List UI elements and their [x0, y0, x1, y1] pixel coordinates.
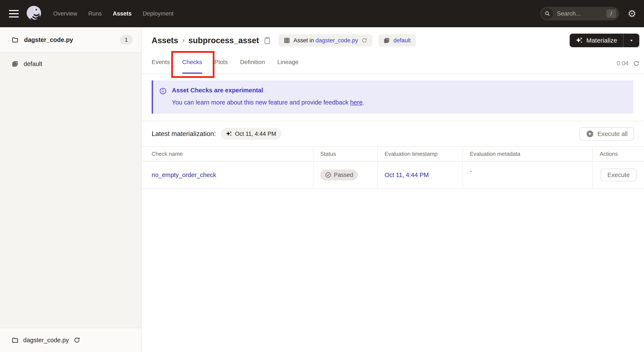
- top-nav: Overview Runs Assets Deployment / ⚙: [0, 0, 644, 27]
- checks-table: Check name Status Evaluation timestamp E…: [142, 146, 644, 189]
- sidebar-item-code-location[interactable]: dagster_code.py 1: [0, 27, 141, 53]
- body: dagster_code.py 1 default dagster_code.p…: [0, 27, 644, 352]
- experimental-banner: Asset Checks are experimental You can le…: [152, 80, 633, 114]
- tab-checks[interactable]: Checks: [182, 50, 202, 74]
- folder-icon: [12, 36, 18, 43]
- feedback-link[interactable]: here: [350, 99, 362, 106]
- col-evaluation-metadata: Evaluation metadata: [463, 147, 593, 161]
- banner-text: Asset Checks are experimental You can le…: [172, 87, 364, 106]
- materialization-timestamp-chip[interactable]: Oct 11, 4:44 PM: [221, 128, 281, 140]
- caret-down-icon: [629, 38, 634, 43]
- nav-links: Overview Runs Assets Deployment: [53, 10, 173, 17]
- hamburger-menu-icon[interactable]: [9, 10, 19, 17]
- refresh-icon[interactable]: [633, 60, 640, 67]
- group-grid-icon: [384, 37, 390, 44]
- col-actions: Actions: [593, 147, 644, 161]
- table-row: no_empty_order_check Passed Oct 11, 4:44…: [142, 162, 644, 189]
- sparkle-icon: [576, 37, 583, 44]
- group-badge[interactable]: default: [378, 34, 416, 47]
- col-check-name: Check name: [142, 147, 314, 161]
- sidebar-item-label: default: [24, 60, 42, 67]
- actions-cell: Execute: [593, 162, 644, 188]
- page-title: subprocess_asset: [188, 36, 259, 45]
- dagster-app: Overview Runs Assets Deployment / ⚙: [0, 0, 644, 352]
- check-name-link[interactable]: no_empty_order_check: [142, 162, 314, 188]
- tab-definition[interactable]: Definition: [240, 50, 265, 74]
- main-content: Assets › subprocess_asset Asset in: [142, 27, 644, 352]
- timestamp-chip-label: Oct 11, 4:44 PM: [235, 131, 276, 137]
- search-icon: [542, 8, 553, 19]
- col-evaluation-timestamp: Evaluation timestamp: [378, 147, 463, 161]
- asset-in-badge[interactable]: Asset in dagster_code.py: [278, 34, 372, 47]
- sidebar-footer-label: dagster_code.py: [23, 337, 69, 344]
- asset-count-badge: 1: [120, 35, 133, 45]
- table-header: Check name Status Evaluation timestamp E…: [142, 147, 644, 162]
- evaluation-metadata-cell: -: [463, 162, 593, 188]
- nav-link-deployment[interactable]: Deployment: [143, 10, 173, 17]
- check-circle-icon: [325, 172, 331, 178]
- banner-body: You can learn more about this new featur…: [172, 99, 364, 106]
- dagster-logo-icon[interactable]: [25, 4, 42, 23]
- evaluation-timestamp-link[interactable]: Oct 11, 4:44 PM: [378, 162, 463, 188]
- sidebar-footer-code-location[interactable]: dagster_code.py: [0, 328, 141, 352]
- execute-all-button[interactable]: Execute all: [580, 127, 634, 140]
- sidebar-item-default-group[interactable]: default: [0, 53, 141, 75]
- asset-tabs: Events Checks Plots Definition Lineage 0…: [142, 50, 644, 74]
- banner-title: Asset Checks are experimental: [172, 87, 364, 94]
- latest-materialization-label: Latest materialization:: [152, 130, 216, 138]
- nav-link-assets[interactable]: Assets: [113, 10, 132, 17]
- tabs-list: Events Checks Plots Definition Lineage: [152, 50, 298, 74]
- search-shortcut-badge: /: [606, 9, 616, 18]
- sidebar-spacer: [0, 75, 141, 328]
- group-link[interactable]: default: [393, 37, 410, 44]
- sidebar-item-label: dagster_code.py: [24, 36, 73, 43]
- sidebar: dagster_code.py 1 default dagster_code.p…: [0, 27, 142, 352]
- tab-lineage[interactable]: Lineage: [277, 50, 298, 74]
- play-circle-icon: [586, 130, 594, 138]
- breadcrumb-separator: ›: [182, 36, 185, 45]
- checks-toolbar: Latest materialization: Oct 11, 4:44 PM …: [142, 121, 644, 146]
- copy-icon[interactable]: [263, 36, 271, 44]
- execute-button[interactable]: Execute: [600, 169, 636, 181]
- reload-icon[interactable]: [74, 337, 80, 344]
- breadcrumb-assets[interactable]: Assets: [152, 36, 178, 45]
- nav-link-runs[interactable]: Runs: [88, 10, 102, 17]
- tab-checks-label: Checks: [182, 59, 202, 65]
- gear-icon[interactable]: ⚙: [628, 9, 636, 18]
- tab-plots[interactable]: Plots: [214, 50, 228, 74]
- sparkle-icon: [226, 131, 232, 137]
- materialize-dropdown-button[interactable]: [624, 34, 639, 47]
- nav-right: / ⚙: [540, 7, 636, 20]
- asset-grid-icon: [284, 37, 290, 44]
- status-badge: Passed: [320, 169, 358, 180]
- materialize-label: Materialize: [586, 37, 617, 44]
- nav-link-overview[interactable]: Overview: [53, 10, 77, 17]
- search-box[interactable]: /: [540, 7, 619, 20]
- nav-left: Overview Runs Assets Deployment: [9, 4, 173, 23]
- col-status: Status: [314, 147, 378, 161]
- timer-value: 0:04: [617, 60, 629, 67]
- info-icon: [159, 87, 167, 95]
- refresh-timer: 0:04: [617, 60, 640, 74]
- folder-icon: [12, 337, 18, 344]
- asset-badges: Asset in dagster_code.py default: [278, 34, 416, 47]
- search-input[interactable]: [556, 10, 603, 17]
- execute-all-label: Execute all: [597, 130, 628, 137]
- status-label: Passed: [334, 172, 353, 178]
- asset-header: Assets › subprocess_asset Asset in: [142, 27, 644, 49]
- asset-group-icon: [12, 60, 18, 67]
- breadcrumb: Assets › subprocess_asset: [152, 36, 271, 45]
- tab-events[interactable]: Events: [152, 50, 170, 74]
- materialize-button[interactable]: Materialize: [570, 34, 623, 47]
- materialize-split-button: Materialize: [570, 34, 639, 47]
- reload-icon[interactable]: [362, 37, 367, 43]
- asset-in-text: Asset in dagster_code.py: [294, 37, 358, 44]
- code-location-link[interactable]: dagster_code.py: [316, 37, 358, 44]
- status-cell: Passed: [314, 162, 378, 188]
